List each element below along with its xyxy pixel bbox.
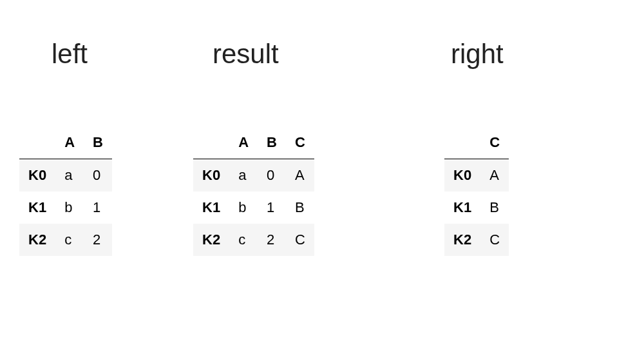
result-cell: b (229, 191, 258, 224)
right-title: right (451, 39, 504, 70)
right-row-index: K0 (444, 159, 480, 192)
left-corner-header (19, 128, 55, 159)
result-row-index: K2 (193, 224, 229, 256)
right-row-index: K1 (444, 191, 480, 224)
left-row-index: K1 (19, 191, 55, 224)
left-cell: a (55, 159, 84, 192)
table-row: K2 c 2 (19, 224, 112, 256)
left-section: left A B K0 a 0 K1 b 1 (19, 39, 180, 256)
table-row: K2 C (444, 224, 509, 256)
result-cell: a (229, 159, 258, 192)
result-col-header: C (286, 128, 314, 159)
left-col-header: A (55, 128, 84, 159)
table-row: K0 a 0 (19, 159, 112, 192)
result-cell: 1 (258, 191, 286, 224)
result-row-index: K1 (193, 191, 229, 224)
right-section: right C K0 A K1 B K2 C (419, 39, 612, 256)
left-row-index: K0 (19, 159, 55, 192)
left-cell: c (55, 224, 84, 256)
table-row: K1 b 1 B (193, 191, 314, 224)
right-table: C K0 A K1 B K2 C (444, 128, 509, 256)
left-cell: 0 (84, 159, 112, 192)
table-row: K0 A (444, 159, 509, 192)
table-row: K1 B (444, 191, 509, 224)
result-section: result A B C K0 a 0 A K1 b (180, 39, 393, 256)
left-cell: 1 (84, 191, 112, 224)
table-row: K1 b 1 (19, 191, 112, 224)
table-row: K0 a 0 A (193, 159, 314, 192)
left-title: left (52, 39, 88, 70)
result-cell: C (286, 224, 314, 256)
result-row-index: K0 (193, 159, 229, 192)
left-row-index: K2 (19, 224, 55, 256)
result-cell: A (286, 159, 314, 192)
left-cell: 2 (84, 224, 112, 256)
right-corner-header (444, 128, 480, 159)
result-title: result (213, 39, 279, 70)
result-cell: 2 (258, 224, 286, 256)
left-table: A B K0 a 0 K1 b 1 K2 c 2 (19, 128, 112, 256)
tables-container: left A B K0 a 0 K1 b 1 (0, 0, 644, 256)
result-col-header: A (229, 128, 258, 159)
result-cell: 0 (258, 159, 286, 192)
right-cell: B (480, 191, 509, 224)
result-cell: c (229, 224, 258, 256)
right-cell: C (480, 224, 509, 256)
right-cell: A (480, 159, 509, 192)
right-row-index: K2 (444, 224, 480, 256)
table-row: K2 c 2 C (193, 224, 314, 256)
left-col-header: B (84, 128, 112, 159)
right-col-header: C (480, 128, 509, 159)
left-cell: b (55, 191, 84, 224)
result-corner-header (193, 128, 229, 159)
result-cell: B (286, 191, 314, 224)
result-col-header: B (258, 128, 286, 159)
result-table: A B C K0 a 0 A K1 b 1 B (193, 128, 314, 256)
